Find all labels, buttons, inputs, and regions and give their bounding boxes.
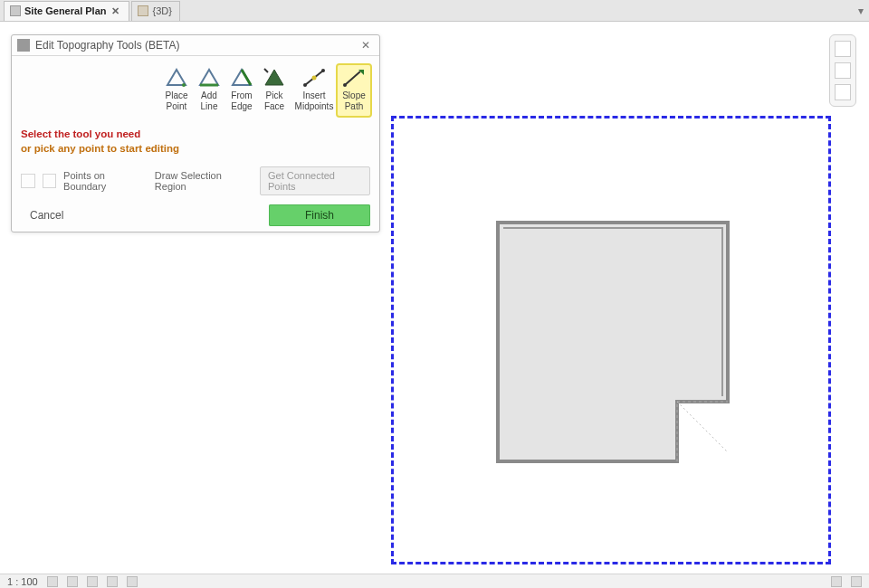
points-on-boundary-btn[interactable]: Points on Boundary — [63, 170, 148, 192]
view-nav-panel — [829, 34, 856, 107]
svg-point-1 — [182, 83, 186, 87]
tool-insert-midpoints[interactable]: Insert Midpoints — [291, 65, 338, 116]
tab-label: {3D} — [152, 5, 171, 16]
mini-icon-a[interactable] — [21, 174, 35, 188]
tool-place-point[interactable]: Place Point — [160, 65, 193, 116]
tab-site-general-plan[interactable]: Site General Plan ✕ — [4, 1, 129, 21]
tool-label: Add — [194, 90, 224, 101]
add-line-icon — [196, 67, 223, 89]
status-icon-f[interactable] — [831, 576, 842, 587]
tool-label: Point — [161, 101, 192, 112]
document-icon — [10, 5, 21, 16]
place-point-icon — [163, 67, 190, 89]
svg-marker-2 — [200, 70, 218, 85]
svg-point-8 — [303, 83, 307, 87]
tab-3d[interactable]: {3D} — [131, 1, 179, 21]
edit-topography-dialog: Edit Topography Tools (BETA) ✕ Place Poi… — [11, 34, 380, 232]
status-bar: 1 : 100 — [0, 574, 869, 588]
tool-from-edge[interactable]: From Edge — [225, 65, 258, 116]
from-edge-icon — [228, 67, 255, 89]
hint-line-1: Select the tool you need — [21, 127, 370, 141]
tool-add-line[interactable]: Add Line — [193, 65, 225, 116]
tool-label: Midpoints — [291, 101, 337, 112]
cancel-button[interactable]: Cancel — [21, 205, 72, 225]
tool-label: Edge — [226, 101, 257, 112]
mini-icon-b[interactable] — [43, 174, 57, 188]
hint-text: Select the tool you need or pick any poi… — [21, 127, 370, 156]
hint-line-2: or pick any point to start editing — [21, 141, 370, 156]
building-outline[interactable] — [496, 221, 730, 463]
tool-label: Line — [194, 101, 224, 112]
tool-label: Place — [161, 90, 192, 101]
finish-button[interactable]: Finish — [269, 204, 370, 226]
svg-point-12 — [343, 83, 347, 87]
close-icon[interactable]: ✕ — [110, 5, 121, 17]
dialog-title: Edit Topography Tools (BETA) — [35, 39, 179, 52]
status-icon-b[interactable] — [67, 576, 78, 587]
status-icon-a[interactable] — [47, 576, 58, 587]
home-view-icon[interactable] — [835, 41, 851, 57]
tool-label: Insert — [291, 90, 337, 101]
tab-bar: Site General Plan ✕ {3D} ▾ — [0, 0, 869, 22]
dialog-actions: Cancel Finish — [21, 204, 370, 226]
insert-midpoints-icon — [301, 67, 328, 89]
view-icon[interactable] — [835, 62, 851, 79]
tab-label: Site General Plan — [24, 5, 106, 16]
status-icon-d[interactable] — [107, 576, 118, 587]
app-icon — [17, 39, 30, 52]
dialog-body: Place Point Add Line From Edge — [12, 56, 379, 232]
tool-label: Face — [259, 101, 290, 112]
svg-point-9 — [321, 69, 325, 72]
tool-label: Slope — [339, 90, 369, 101]
tool-slope-path[interactable]: Slope Path — [338, 65, 370, 116]
tool-label: Pick — [259, 90, 290, 101]
status-icon-c[interactable] — [87, 576, 98, 587]
svg-point-10 — [312, 76, 317, 81]
get-connected-points-btn: Get Connected Points — [260, 166, 370, 195]
status-icon-g[interactable] — [851, 576, 862, 587]
dialog-mid-row: Points on Boundary Draw Selection Region… — [21, 166, 370, 195]
tool-row: Place Point Add Line From Edge — [21, 65, 370, 116]
drawing-canvas[interactable]: Edit Topography Tools (BETA) ✕ Place Poi… — [0, 22, 869, 574]
tool-label: From — [226, 90, 257, 101]
scale-label[interactable]: 1 : 100 — [7, 576, 38, 587]
dialog-titlebar[interactable]: Edit Topography Tools (BETA) ✕ — [12, 35, 379, 56]
cube-icon — [138, 5, 148, 16]
tool-pick-face[interactable]: Pick Face — [258, 65, 291, 116]
close-icon[interactable]: ✕ — [358, 39, 374, 52]
svg-marker-0 — [167, 70, 186, 85]
draw-selection-region-btn[interactable]: Draw Selection Region — [155, 170, 253, 192]
tab-overflow[interactable]: ▾ — [858, 5, 869, 17]
pick-face-icon — [261, 67, 288, 89]
status-icon-e[interactable] — [127, 576, 138, 587]
svg-line-5 — [242, 70, 251, 85]
view-options-icon[interactable] — [835, 84, 851, 100]
slope-path-icon — [340, 67, 368, 89]
tool-label: Path — [339, 101, 369, 112]
